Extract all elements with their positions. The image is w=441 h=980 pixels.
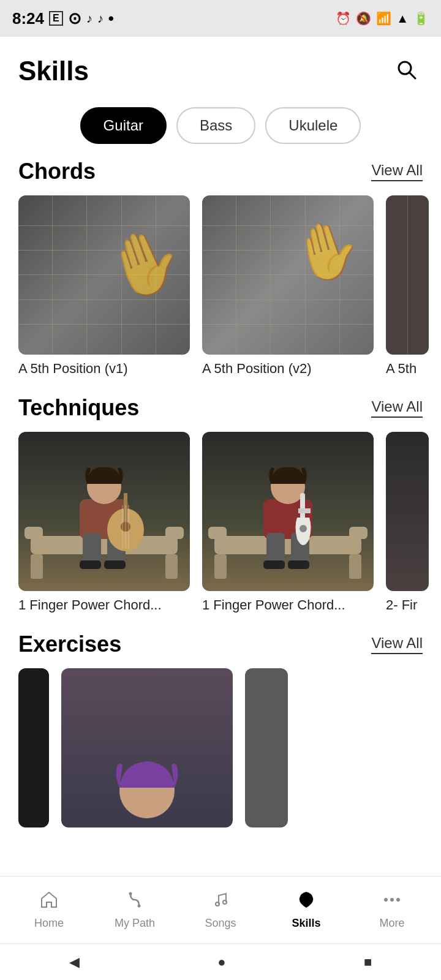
- svg-rect-27: [263, 560, 285, 569]
- svg-rect-23: [349, 527, 368, 539]
- mute-icon: 🔕: [356, 11, 371, 26]
- svg-point-40: [396, 898, 400, 902]
- nav-mypath-label: My Path: [115, 917, 155, 930]
- exercise-card-2[interactable]: [61, 668, 233, 827]
- tab-bass[interactable]: Bass: [176, 107, 255, 144]
- chord-card-3-label: A 5th: [386, 361, 429, 377]
- nav-item-songs[interactable]: Songs: [178, 886, 263, 935]
- status-right: ⏰ 🔕 📶 ▲ 🔋: [336, 11, 429, 26]
- svg-rect-10: [80, 560, 101, 569]
- chord-card-3-image: [386, 195, 429, 355]
- svg-rect-25: [266, 533, 285, 564]
- nav-item-more[interactable]: More: [349, 886, 435, 935]
- exercise-card-2-image: [61, 668, 233, 827]
- technique-card-1[interactable]: 1 Finger Power Chord...: [18, 432, 190, 613]
- wifi-icon: ▲: [396, 12, 409, 26]
- svg-rect-4: [165, 554, 178, 579]
- header: Skills: [0, 37, 441, 97]
- system-nav: ◀ ● ■: [0, 943, 441, 980]
- chords-header: Chords View All: [18, 159, 423, 184]
- techniques-cards: 1 Finger Power Chord...: [18, 432, 423, 619]
- svg-rect-6: [165, 527, 184, 539]
- technique-card-3-image: [386, 432, 429, 591]
- exercise-card-1-image: [18, 668, 49, 827]
- chords-cards: ✋ A 5th Position (v1): [18, 195, 423, 383]
- status-time: 8:24: [12, 9, 44, 28]
- status-bar: 8:24 E ⊙ ♪ ♪ • ⏰ 🔕 📶 ▲ 🔋: [0, 0, 441, 37]
- exercises-header: Exercises View All: [18, 631, 423, 657]
- svg-rect-28: [288, 560, 309, 569]
- techniques-title: Techniques: [18, 395, 139, 421]
- bottom-nav: Home My Path Songs Skills: [0, 876, 441, 943]
- status-icon-circle: ⊙: [68, 9, 81, 28]
- page-title: Skills: [18, 56, 89, 86]
- battery-icon: 🔋: [413, 11, 429, 26]
- svg-rect-32: [298, 508, 311, 513]
- home-button[interactable]: ●: [217, 954, 225, 970]
- svg-point-38: [384, 898, 388, 902]
- chords-section: Chords View All: [0, 159, 441, 383]
- exercises-title: Exercises: [18, 631, 121, 657]
- home-icon: [40, 891, 58, 913]
- chord-card-1-image: ✋: [18, 195, 190, 355]
- chord-card-2[interactable]: ✋ A 5th Position (v2): [202, 195, 374, 377]
- nav-home-label: Home: [34, 917, 64, 930]
- nav-songs-label: Songs: [205, 917, 236, 930]
- chord-card-2-image: ✋: [202, 195, 374, 355]
- tab-ukulele[interactable]: Ukulele: [265, 107, 361, 144]
- tiktok-icon-2: ♪: [97, 12, 104, 26]
- nav-item-mypath[interactable]: My Path: [92, 886, 178, 935]
- techniques-view-all[interactable]: View All: [371, 398, 423, 418]
- svg-point-39: [390, 898, 394, 902]
- recent-button[interactable]: ■: [364, 954, 372, 970]
- techniques-header: Techniques View All: [18, 395, 423, 421]
- dot-icon: •: [108, 9, 114, 28]
- svg-line-1: [409, 72, 415, 78]
- chords-view-all[interactable]: View All: [371, 162, 423, 181]
- exercises-cards: [18, 668, 423, 834]
- chord-card-3[interactable]: A 5th: [386, 195, 429, 377]
- exercises-view-all[interactable]: View All: [371, 635, 423, 654]
- svg-rect-20: [214, 554, 227, 579]
- search-icon: [396, 59, 418, 81]
- chords-title: Chords: [18, 159, 96, 184]
- svg-point-31: [300, 525, 307, 532]
- svg-rect-5: [24, 527, 43, 539]
- nav-item-home[interactable]: Home: [6, 886, 92, 935]
- technique-card-2-label: 1 Finger Power Chord...: [202, 597, 374, 613]
- status-left: 8:24 E ⊙ ♪ ♪ •: [12, 9, 114, 28]
- technique-card-1-label: 1 Finger Power Chord...: [18, 597, 190, 613]
- tab-guitar[interactable]: Guitar: [80, 107, 167, 144]
- nav-more-label: More: [379, 917, 404, 930]
- svg-rect-3: [31, 554, 43, 579]
- nav-skills-label: Skills: [292, 917, 320, 930]
- exercise-card-1[interactable]: [18, 668, 49, 827]
- alarm-icon: ⏰: [336, 11, 351, 26]
- signal-icon: 📶: [376, 11, 391, 26]
- exercise-card-3-image: [245, 668, 288, 827]
- back-button[interactable]: ◀: [69, 954, 80, 970]
- music-icon: [211, 891, 230, 913]
- more-icon: [383, 891, 401, 913]
- chord-card-1[interactable]: ✋ A 5th Position (v1): [18, 195, 190, 377]
- technique-card-1-image: [18, 432, 190, 591]
- status-icon-e: E: [49, 11, 63, 26]
- chord-card-1-label: A 5th Position (v1): [18, 361, 190, 377]
- instrument-tabs: Guitar Bass Ukulele: [0, 97, 441, 159]
- tiktok-icon-1: ♪: [86, 12, 92, 26]
- svg-rect-21: [349, 554, 361, 579]
- exercise-card-3[interactable]: [245, 668, 288, 827]
- exercises-section: Exercises View All: [0, 631, 441, 834]
- technique-card-3[interactable]: 2- Fir: [386, 432, 429, 613]
- svg-point-35: [138, 904, 141, 907]
- nav-item-skills[interactable]: Skills: [263, 886, 349, 935]
- svg-point-36: [216, 902, 219, 906]
- chord-card-2-label: A 5th Position (v2): [202, 361, 374, 377]
- technique-card-2-image: [202, 432, 374, 591]
- technique-card-2[interactable]: 1 Finger Power Chord...: [202, 432, 374, 613]
- svg-rect-22: [208, 527, 227, 539]
- svg-rect-11: [104, 560, 126, 569]
- path-icon: [126, 891, 144, 913]
- search-button[interactable]: [391, 54, 423, 88]
- pick-icon: [297, 891, 315, 913]
